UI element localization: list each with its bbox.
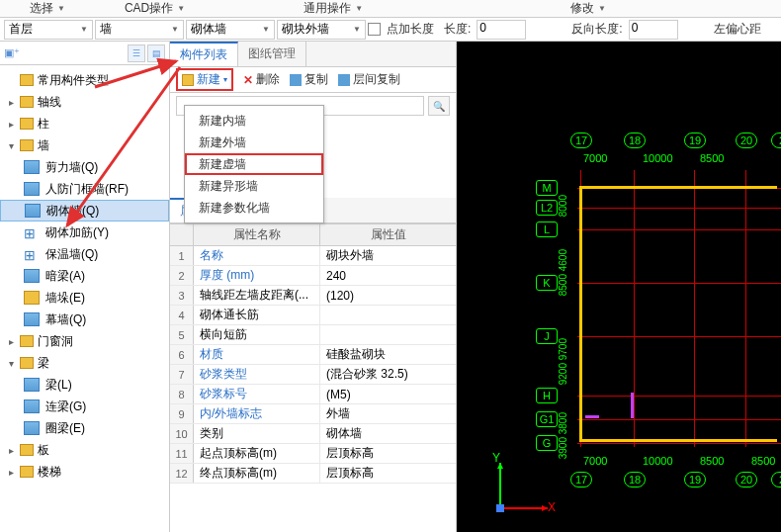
tree-root-beam[interactable]: ▾梁 (0, 352, 169, 374)
prop-value[interactable]: (M5) (320, 385, 456, 403)
prop-value[interactable] (320, 325, 456, 344)
tree-item-wall-5[interactable]: 暗梁(A) (0, 265, 169, 287)
add-icon[interactable]: ▣⁺ (4, 46, 20, 59)
copy-button[interactable]: 复制 (290, 71, 328, 88)
prop-value[interactable]: 240 (320, 266, 456, 285)
tree-root-column[interactable]: ▸柱 (0, 113, 169, 134)
wall-element[interactable] (585, 415, 599, 418)
prop-name: 厚度 (mm) (194, 266, 320, 285)
prop-value[interactable]: 砌块外墙 (320, 246, 456, 265)
dim-label: 10000 (643, 152, 673, 164)
tree-root-wall[interactable]: ▾墙 (0, 134, 169, 156)
property-row[interactable]: 8砂浆标号(M5) (170, 385, 456, 404)
top-menu: 选择▼ CAD操作▼ 通用操作▼ 修改▼ (0, 0, 781, 18)
addlen-checkbox[interactable] (368, 23, 381, 36)
tree-item-beam-2[interactable]: 圈梁(E) (0, 417, 169, 439)
tree-item-wall-0[interactable]: 剪力墙(Q) (0, 156, 169, 178)
menu-modify[interactable]: 修改▼ (392, 0, 636, 17)
search-icon: 🔍 (433, 101, 445, 112)
grid-col-label: 17 (570, 133, 592, 148)
property-grid: 属性名称 属性值 1名称砌块外墙2厚度 (mm)2403轴线距左墙皮距离(...… (170, 223, 456, 532)
addlen-label: 点加长度 (383, 21, 438, 38)
tree-root-slab[interactable]: ▸板 (0, 439, 169, 461)
dropdown-item-1[interactable]: 新建外墙 (185, 132, 323, 153)
revlen-input[interactable]: 0 (629, 20, 678, 40)
tree-root-common[interactable]: 常用构件类型 (0, 69, 169, 91)
len-label: 长度: (440, 21, 475, 38)
new-button[interactable]: 新建▾ (176, 68, 233, 91)
cat2-combo[interactable]: 砌体墙▼ (186, 20, 275, 40)
property-row[interactable]: 12终点顶标高(m)层顶标高 (170, 464, 456, 484)
prop-value[interactable]: (120) (320, 286, 456, 305)
grid-line (577, 336, 781, 337)
prop-value[interactable]: (混合砂浆 32.5) (320, 365, 456, 384)
tree-root-axis[interactable]: ▸轴线 (0, 91, 169, 113)
grid-row-label: M (536, 180, 558, 196)
property-row[interactable]: 2厚度 (mm)240 (170, 266, 456, 286)
tree-item-beam-1[interactable]: 连梁(G) (0, 396, 169, 417)
grid-row-label: L (536, 222, 558, 237)
property-row[interactable]: 6材质硅酸盐砌块 (170, 345, 456, 365)
wall-element[interactable] (579, 186, 582, 441)
component-icon (24, 291, 40, 305)
tree-root-door[interactable]: ▸门窗洞 (0, 330, 169, 352)
grid-col-label: 18 (624, 133, 646, 148)
dim-label: 8500 (751, 455, 775, 467)
property-row[interactable]: 11起点顶标高(m)层顶标高 (170, 444, 456, 464)
layercopy-button[interactable]: 层间复制 (338, 71, 400, 88)
dropdown-item-3[interactable]: 新建异形墙 (185, 175, 323, 197)
property-row[interactable]: 7砂浆类型(混合砂浆 32.5) (170, 365, 456, 385)
cad-canvas[interactable]: 1718192027000100008500171819202700010000… (457, 42, 781, 532)
search-button[interactable]: 🔍 (428, 96, 450, 116)
prop-name: 砂浆标号 (194, 385, 320, 403)
len-input[interactable]: 0 (477, 20, 526, 40)
menu-cad[interactable]: CAD操作▼ (95, 0, 215, 17)
cat1-combo[interactable]: 墙▼ (95, 20, 184, 40)
grid-col-label: 18 (624, 472, 646, 488)
view-icon-1[interactable]: ☰ (128, 44, 145, 62)
cat3-combo[interactable]: 砌块外墙▼ (277, 20, 366, 40)
delete-button[interactable]: ✕删除 (243, 71, 280, 88)
dropdown-item-0[interactable]: 新建内墙 (185, 110, 323, 132)
prop-value[interactable]: 外墙 (320, 404, 456, 423)
tree-item-wall-4[interactable]: 保温墙(Q) (0, 243, 169, 265)
tree-item-wall-1[interactable]: 人防门框墙(RF) (0, 178, 169, 200)
grid-row-label: H (536, 388, 558, 403)
tab-component-list[interactable]: 构件列表 (170, 42, 238, 66)
prop-value[interactable]: 层顶标高 (320, 444, 456, 463)
dim-label: 7000 (583, 152, 607, 164)
menu-select[interactable]: 选择▼ (0, 0, 95, 17)
component-icon (24, 182, 40, 196)
col-header-value: 属性值 (320, 224, 456, 245)
wall-element[interactable] (579, 439, 777, 442)
prop-value[interactable] (320, 306, 456, 324)
dropdown-item-4[interactable]: 新建参数化墙 (185, 197, 323, 219)
tree-item-beam-0[interactable]: 梁(L) (0, 374, 169, 396)
tree-item-wall-7[interactable]: 幕墙(Q) (0, 309, 169, 330)
view-icon-2[interactable]: ▤ (147, 44, 165, 62)
tree-root-stair[interactable]: ▸楼梯 (0, 461, 169, 483)
property-row[interactable]: 9内/外墙标志外墙 (170, 404, 456, 424)
tree-item-wall-3[interactable]: 砌体加筋(Y) (0, 222, 169, 243)
dropdown-item-2[interactable]: 新建虚墙 (185, 153, 323, 175)
dim-label: 7000 (583, 455, 607, 467)
tab-drawing-mgmt[interactable]: 图纸管理 (238, 42, 306, 66)
prop-value[interactable]: 层顶标高 (320, 464, 456, 483)
prop-name: 砂浆类型 (194, 365, 320, 384)
prop-value[interactable]: 砌体墙 (320, 424, 456, 443)
property-row[interactable]: 10类别砌体墙 (170, 424, 456, 444)
tree-item-wall-6[interactable]: 墙垛(E) (0, 287, 169, 309)
property-row[interactable]: 4砌体通长筋 (170, 306, 456, 325)
tree-item-wall-2[interactable]: 砌体墙(Q) (0, 200, 169, 222)
revlen-label: 反向长度: (567, 21, 626, 38)
wall-element[interactable] (631, 393, 634, 418)
wall-element[interactable] (579, 186, 777, 189)
floor-combo[interactable]: 首层▼ (4, 20, 93, 40)
params-bar: 首层▼ 墙▼ 砌体墙▼ 砌块外墙▼ 点加长度 长度: 0 反向长度: 0 左偏心… (0, 18, 781, 42)
prop-value[interactable]: 硅酸盐砌块 (320, 345, 456, 364)
property-row[interactable]: 1名称砌块外墙 (170, 246, 456, 266)
property-row[interactable]: 3轴线距左墙皮距离(...(120) (170, 286, 456, 306)
grid-line (577, 229, 781, 230)
property-row[interactable]: 5横向短筋 (170, 325, 456, 345)
menu-general[interactable]: 通用操作▼ (215, 0, 392, 17)
